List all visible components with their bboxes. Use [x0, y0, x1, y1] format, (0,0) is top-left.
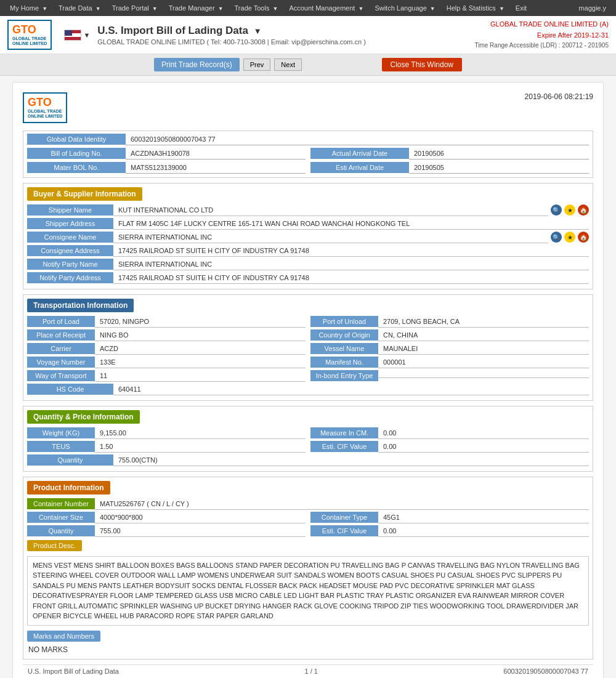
mater-bol-left: Mater BOL No. MATS5123139000 [27, 162, 306, 174]
consignee-home-icon[interactable]: 🏠 [578, 232, 589, 243]
transport-inbond-row: Way of Transport 11 In-bond Entry Type [23, 370, 593, 382]
time-range: Time Range Accessible (LDR) : 200712 - 2… [474, 41, 609, 50]
vessel-name-label: Vessel Name [310, 343, 378, 354]
nav-trade-portal[interactable]: Trade Portal ▼ [107, 2, 163, 14]
close-button-top[interactable]: Close This Window [382, 58, 462, 71]
notify-address-label: Notify Party Address [27, 272, 113, 283]
product-cif-label: Esti. CIF Value [310, 525, 378, 536]
nav-switch-language[interactable]: Switch Language ▼ [370, 2, 440, 14]
product-qty-cif-row: Quantity 755.00 Esti. CIF Value 0.00 [23, 525, 593, 537]
marks-numbers-button[interactable]: Marks and Numbers [27, 631, 100, 642]
container-type-field: Container Type 45G1 [310, 512, 589, 523]
record-footer: U.S. Import Bill of Lading Data 1 / 1 60… [23, 664, 593, 677]
shipper-name-value: KUT INTERNATIONAL CO LTD [113, 204, 548, 216]
identity-section: Global Data Identity 6003201905080000704… [23, 131, 593, 178]
next-button-top[interactable]: Next [274, 59, 302, 71]
us-flag-icon [64, 30, 81, 41]
way-of-transport-label: Way of Transport [27, 370, 95, 381]
hs-code-row: HS Code 640411 [23, 384, 593, 395]
nav-trade-data[interactable]: Trade Data ▼ [54, 2, 106, 14]
expire-date: Expire After 2019-12-31 [474, 30, 609, 41]
nav-trade-tools[interactable]: Trade Tools ▼ [230, 2, 283, 14]
nav-account-management[interactable]: Account Management ▼ [284, 2, 368, 14]
product-desc-button[interactable]: Product Desc. [27, 540, 82, 551]
logo-box: GTO GLOBAL TRADEONLINE LIMITED [7, 20, 52, 50]
consignee-name-value: SIERRA INTERNATIONAL INC [113, 232, 548, 243]
company-name: GLOBAL TRADE ONLINE LIMITED (A) [474, 19, 609, 30]
notify-name-row: Notify Party Name SIERRA INTERNATIONAL I… [23, 259, 593, 270]
prev-button-top[interactable]: Prev [243, 59, 271, 71]
carrier-vessel-row: Carrier ACZD Vessel Name MAUNALEI [23, 343, 593, 355]
header-bar: GTO GLOBAL TRADEONLINE LIMITED ▼ U.S. Im… [0, 16, 616, 54]
main-content: GTO GLOBAL TRADEONLINE LIMITED 2019-06-0… [0, 76, 616, 678]
user-label: maggie.y [573, 2, 611, 14]
top-action-bar: Print Trade Record(s) Prev Next Close Th… [0, 54, 616, 76]
record-datetime: 2019-06-06 08:21:19 [525, 92, 593, 101]
notify-address-value: 17425 RAILROAD ST SUITE H CITY OF INDUST… [113, 272, 589, 284]
consignee-name-row: Consignee Name SIERRA INTERNATIONAL INC … [23, 232, 593, 243]
transportation-section: Transportation Information Port of Load … [23, 294, 593, 401]
way-of-transport-field: Way of Transport 11 [27, 370, 306, 382]
logo-subtitle: GLOBAL TRADEONLINE LIMITED [12, 36, 47, 47]
container-size-value: 4000*900*800 [95, 512, 306, 523]
quantity-price-title: Quantity & Price Information [23, 406, 593, 427]
shipper-icons: 🔍 ★ 🏠 [551, 204, 589, 216]
shipper-search-icon[interactable]: 🔍 [551, 204, 562, 216]
container-number-row: Container Number MATU2526767 ( CN / L / … [23, 498, 593, 510]
notify-name-value: SIERRA INTERNATIONAL INC [113, 259, 589, 270]
product-qty-field: Quantity 755.00 [27, 525, 306, 537]
port-of-unload-label: Port of Unload [310, 316, 378, 327]
product-qty-label: Quantity [27, 525, 95, 536]
consignee-star-icon[interactable]: ★ [564, 232, 575, 243]
bol-left: Bill of Lading No. ACZDNA3H190078 [27, 148, 306, 159]
shipper-star-icon[interactable]: ★ [564, 204, 575, 216]
shipper-address-row: Shipper Address FLAT RM 1405C 14F LUCKY … [23, 218, 593, 230]
gto-logo: GTO GLOBAL TRADEONLINE LIMITED [7, 20, 52, 50]
product-cif-value: 0.00 [378, 525, 589, 537]
weight-field: Weight (KG) 9,155.00 [27, 427, 306, 439]
shipper-home-icon[interactable]: 🏠 [578, 204, 589, 216]
title-dropdown-icon[interactable]: ▼ [254, 26, 262, 36]
manifest-no-value: 000001 [378, 357, 589, 368]
in-bond-label: In-bond Entry Type [310, 370, 378, 381]
voyage-number-value: 133E [95, 357, 306, 368]
consignee-search-icon[interactable]: 🔍 [551, 232, 562, 243]
nav-items: My Home ▼ Trade Data ▼ Trade Portal ▼ Tr… [5, 2, 573, 14]
nav-my-home[interactable]: My Home ▼ [5, 2, 52, 14]
port-of-load-label: Port of Load [27, 316, 95, 327]
notify-address-row: Notify Party Address 17425 RAILROAD ST S… [23, 272, 593, 284]
measure-field: Measure In CM. 0.00 [310, 427, 589, 439]
product-description: MENS VEST MENS SHIRT BALLOON BOXES BAGS … [27, 556, 589, 626]
bol-row: Bill of Lading No. ACZDNA3H190078 Actual… [23, 148, 593, 162]
consignee-address-label: Consignee Address [27, 245, 113, 256]
teus-field: TEUS 1.50 [27, 441, 306, 453]
teus-label: TEUS [27, 441, 95, 452]
bol-label: Bill of Lading No. [27, 148, 126, 159]
container-number-value: MATU2526767 ( CN / L / CY ) [95, 498, 589, 510]
container-number-field: Container Number MATU2526767 ( CN / L / … [27, 498, 589, 510]
voyage-number-field: Voyage Number 133E [27, 357, 306, 368]
logo-gto-text: GTO [12, 23, 36, 36]
product-qty-value: 755.00 [95, 525, 306, 537]
container-type-value: 45G1 [378, 512, 589, 523]
esti-arrival-right: Esti Arrival Date 20190505 [310, 162, 589, 174]
vessel-name-field: Vessel Name MAUNALEI [310, 343, 589, 355]
record-header: GTO GLOBAL TRADEONLINE LIMITED 2019-06-0… [23, 92, 593, 123]
in-bond-value [378, 374, 589, 378]
place-of-receipt-value: NING BO [95, 329, 306, 341]
print-button-top[interactable]: Print Trade Record(s) [154, 58, 240, 71]
nav-help-statistics[interactable]: Help & Statistics ▼ [442, 2, 509, 14]
buyer-supplier-section: Buyer & Supplier Information Shipper Nam… [23, 183, 593, 289]
identity-value: 60032019050800007043 77 [126, 134, 589, 145]
qty-value: 755.00(CTN) [113, 454, 589, 466]
shipper-name-label: Shipper Name [27, 204, 113, 216]
port-of-unload-field: Port of Unload 2709, LONG BEACH, CA [310, 316, 589, 328]
nav-trade-manager[interactable]: Trade Manager ▼ [164, 2, 229, 14]
mater-bol-value: MATS5123139000 [126, 162, 306, 174]
product-section: Product Information Container Number MAT… [23, 477, 593, 660]
record-card: GTO GLOBAL TRADEONLINE LIMITED 2019-06-0… [12, 82, 604, 678]
nav-exit[interactable]: Exit [511, 2, 532, 14]
product-title: Product Information [23, 477, 593, 498]
flag-dropdown[interactable]: ▼ [83, 31, 90, 39]
mater-bol-row: Mater BOL No. MATS5123139000 Esti Arriva… [23, 162, 593, 177]
